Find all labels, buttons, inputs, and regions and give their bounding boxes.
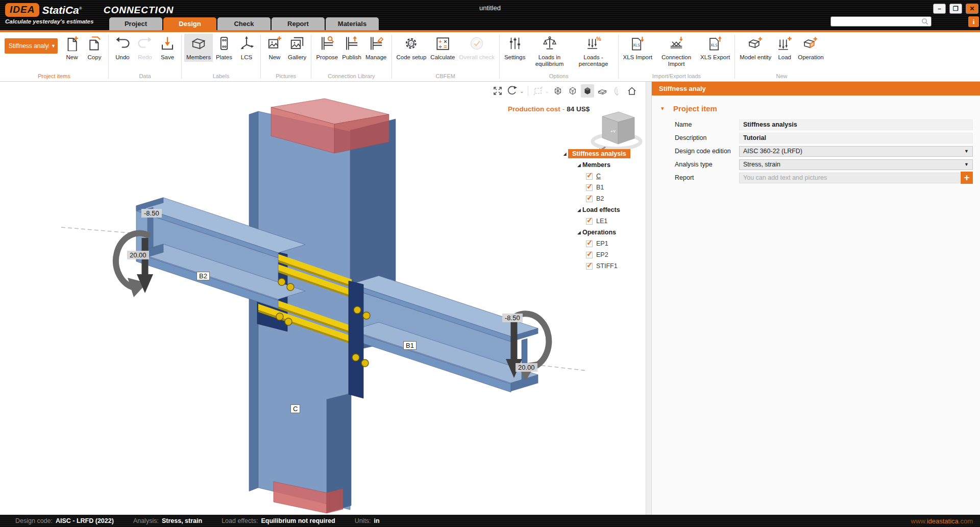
gallery-button[interactable]: Gallery bbox=[286, 34, 308, 62]
settings-button[interactable]: Settings bbox=[502, 34, 528, 62]
view-cube[interactable]: +Y bbox=[593, 112, 641, 154]
publish-button[interactable]: Publish bbox=[340, 34, 363, 62]
orbit-button[interactable] bbox=[506, 84, 519, 98]
model-entity-button[interactable]: Model entity bbox=[738, 34, 773, 62]
end-plate-right[interactable] bbox=[349, 281, 363, 398]
plates-labels-button[interactable]: Plates bbox=[213, 34, 235, 62]
group-label: Labels bbox=[182, 73, 260, 81]
sliders-icon bbox=[507, 36, 523, 53]
new-picture-button[interactable]: New bbox=[263, 34, 286, 62]
code-setup-button[interactable]: </> Code setup bbox=[395, 34, 429, 62]
loads-percentage-button[interactable]: % Loads - percentage bbox=[572, 34, 616, 68]
operation-add-button[interactable]: Operation bbox=[796, 34, 826, 62]
app-name: CONNECTION bbox=[104, 5, 174, 16]
model-3d-scene[interactable]: +Y bbox=[0, 82, 646, 515]
save-button[interactable]: Save bbox=[156, 34, 179, 62]
tab-check[interactable]: Check bbox=[217, 17, 271, 30]
wireframe-view-button[interactable] bbox=[551, 84, 565, 98]
xls-import-button[interactable]: XLS XLS Import bbox=[621, 34, 655, 62]
checkbox-checked[interactable] bbox=[586, 196, 593, 202]
redo-button[interactable]: Redo bbox=[134, 34, 156, 62]
xls-download-icon: XLS bbox=[630, 36, 645, 53]
transparent-view-button[interactable] bbox=[596, 84, 609, 98]
website-link[interactable]: www.ideastatica.com bbox=[911, 517, 973, 525]
save-icon bbox=[160, 36, 175, 53]
expander-icon[interactable]: ◢ bbox=[576, 230, 582, 235]
analysis-type-dropdown[interactable]: Stress, strain▼ bbox=[739, 159, 973, 170]
group-label: CBFEM bbox=[392, 73, 499, 81]
chevron-down-icon[interactable]: ⌄ bbox=[545, 88, 549, 94]
design-code-dropdown[interactable]: AISC 360-22 (LRFD)▼ bbox=[739, 146, 973, 157]
tab-design[interactable]: Design bbox=[163, 17, 216, 30]
home-view-button[interactable] bbox=[625, 84, 639, 98]
checkbox-checked[interactable] bbox=[586, 184, 593, 191]
member-label-b2[interactable]: B2 bbox=[197, 272, 210, 280]
zoom-fit-button[interactable] bbox=[491, 84, 504, 98]
connection-import-button[interactable]: Connection Import bbox=[654, 34, 698, 68]
panel-splitter[interactable] bbox=[646, 82, 652, 515]
tab-project[interactable]: Project bbox=[109, 17, 162, 30]
load-add-button[interactable]: Load bbox=[773, 34, 796, 62]
tree-item-b1[interactable]: B1 bbox=[561, 182, 646, 193]
new-project-item-button[interactable]: New bbox=[61, 34, 83, 62]
propose-button[interactable]: Propose bbox=[314, 34, 340, 62]
project-item-selector[interactable]: Stiffness analysis ▼ bbox=[5, 38, 58, 54]
tree-item-ep2[interactable]: EP2 bbox=[561, 249, 646, 260]
checkbox-checked[interactable] bbox=[586, 218, 593, 225]
model-viewport[interactable]: +Y -8.50 20.00 B2 -8.50 20.00 B1 C ⌄ ⌄ bbox=[0, 82, 646, 515]
tree-item-b2[interactable]: B2 bbox=[561, 193, 646, 204]
idea-logo: IDEA bbox=[5, 3, 39, 17]
property-row-name: Name Stiffness analysis bbox=[660, 118, 973, 131]
tree-section-members[interactable]: ◢ Members bbox=[561, 159, 646, 171]
checkbox-checked[interactable] bbox=[586, 252, 593, 258]
checkbox-checked[interactable] bbox=[586, 173, 593, 180]
toolbar-separator bbox=[528, 86, 528, 96]
hidden-lines-view-button[interactable] bbox=[566, 84, 579, 98]
close-button[interactable]: ✕ bbox=[966, 4, 978, 14]
manage-button[interactable]: Manage bbox=[363, 34, 389, 62]
tree-root-row[interactable]: ◢ Stiffness analysis bbox=[561, 148, 646, 159]
name-field[interactable]: Stiffness analysis bbox=[739, 119, 973, 130]
add-report-content-button[interactable]: + bbox=[961, 172, 973, 184]
checkbox-checked[interactable] bbox=[586, 241, 593, 247]
chevron-down-icon[interactable]: ⌄ bbox=[520, 88, 524, 94]
beam-b1-member[interactable] bbox=[352, 276, 538, 392]
solid-view-button[interactable] bbox=[581, 84, 594, 98]
tree-item-ep1[interactable]: EP1 bbox=[561, 238, 646, 249]
info-button[interactable]: i bbox=[968, 16, 979, 27]
loads-in-equilibrium-button[interactable]: Loads in equilibrium bbox=[528, 34, 572, 68]
report-field[interactable]: You can add text and pictures bbox=[739, 173, 960, 183]
ribbon-group-labels: Members Plates LCS Labels bbox=[182, 32, 260, 81]
section-project-item[interactable]: ▼ Project item bbox=[660, 102, 973, 115]
maximize-button[interactable]: ❐ bbox=[949, 4, 962, 14]
expander-icon[interactable]: ◢ bbox=[576, 208, 582, 212]
tree-item-stiff1[interactable]: STIFF1 bbox=[561, 260, 646, 272]
tree-section-load-effects[interactable]: ◢ Load effects bbox=[561, 204, 646, 215]
minimize-button[interactable]: – bbox=[933, 4, 946, 14]
tab-report[interactable]: Report bbox=[272, 17, 325, 30]
checkbox-checked[interactable] bbox=[586, 263, 593, 270]
copy-project-item-button[interactable]: Copy bbox=[83, 34, 106, 62]
search-box[interactable] bbox=[830, 16, 932, 27]
undo-button[interactable]: Undo bbox=[111, 34, 134, 62]
section-clip-button[interactable] bbox=[531, 84, 545, 98]
search-input[interactable] bbox=[831, 18, 921, 25]
ribbon-group-import-export: XLS XLS Import Connection Import XLS XLS… bbox=[619, 32, 735, 81]
redo-icon bbox=[137, 36, 153, 53]
calculate-button[interactable]: +×÷= Calculate bbox=[428, 34, 457, 62]
member-label-b1[interactable]: B1 bbox=[403, 341, 416, 350]
collapse-triangle-icon[interactable]: ▼ bbox=[660, 106, 673, 111]
members-labels-button[interactable]: Members bbox=[184, 34, 213, 62]
overall-check-button[interactable]: Overall check bbox=[457, 34, 497, 62]
tree-item-c[interactable]: C bbox=[561, 171, 646, 182]
expander-icon[interactable]: ◢ bbox=[561, 152, 568, 156]
description-field[interactable]: Tutorial bbox=[739, 133, 973, 143]
expander-icon[interactable]: ◢ bbox=[576, 163, 582, 167]
rotate-member-button[interactable] bbox=[610, 84, 624, 98]
xls-export-button[interactable]: XLS XLS Export bbox=[698, 34, 732, 62]
tree-item-le1[interactable]: LE1 bbox=[561, 215, 646, 227]
tree-section-operations[interactable]: ◢ Operations bbox=[561, 227, 646, 238]
lcs-button[interactable]: LCS bbox=[235, 34, 258, 62]
member-label-c[interactable]: C bbox=[290, 404, 300, 413]
tab-materials[interactable]: Materials bbox=[326, 17, 379, 30]
